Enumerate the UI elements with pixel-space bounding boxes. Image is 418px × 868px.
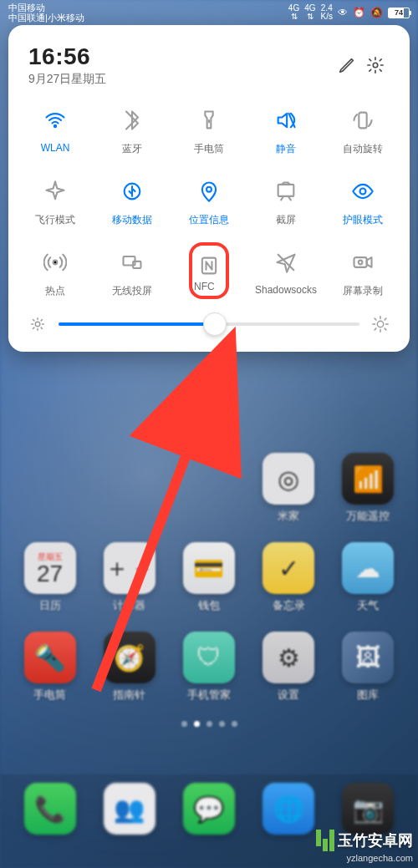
app-备忘录[interactable]: ✓备忘录 (249, 542, 329, 613)
pencil-icon (338, 56, 356, 74)
nfc-icon (194, 251, 224, 281)
tiles-grid: WLAN蓝牙手电筒静音自动旋转飞行模式移动数据位置信息截屏护眼模式热点无线投屏N… (13, 105, 405, 298)
app-万能遥控[interactable]: 📶万能遥控 (329, 453, 408, 524)
panel-time: 16:56 (28, 43, 333, 70)
app-icon: 🔦 (24, 632, 76, 683)
tile-label: 静音 (276, 142, 296, 156)
carrier-2: 中国联通|小米移动 (8, 13, 84, 23)
highlight-box: NFC (189, 242, 229, 299)
app-icon: ＋－ (104, 542, 155, 594)
phone-screen: 中国移动 中国联通|小米移动 4G⇅ 4G⇅ 2.4K/s 👁 ⏰ 🔕 74 1… (0, 0, 418, 868)
app-指南针[interactable]: 🧭指南针 (89, 632, 169, 703)
tile-label: 飞行模式 (35, 213, 75, 227)
record-icon (348, 247, 378, 277)
tile-screenshot[interactable]: 截屏 (247, 176, 324, 227)
app-label: 指南针 (113, 688, 145, 703)
app-设置[interactable]: ⚙设置 (249, 632, 329, 703)
home-row: ...◎米家📶万能遥控 (0, 453, 418, 524)
watermark-logo-icon (316, 830, 334, 851)
tile-label: 位置信息 (189, 213, 229, 227)
page-indicator (0, 721, 418, 727)
alarm-icon: ⏰ (353, 7, 365, 18)
tile-label: 无线投屏 (112, 284, 152, 298)
edit-button[interactable] (333, 51, 361, 79)
app-icon: 🛡 (183, 632, 235, 683)
silent-icon: 🔕 (370, 7, 383, 18)
eye-icon: 👁 (338, 7, 348, 18)
app-icon: ☁ (342, 542, 394, 594)
tile-hotspot[interactable]: 热点 (17, 247, 94, 298)
tile-wlan[interactable]: WLAN (17, 105, 94, 156)
tile-screenrec[interactable]: 屏幕录制 (324, 247, 401, 298)
carrier-1: 中国移动 (8, 3, 84, 13)
app-米家[interactable]: ◎米家 (249, 453, 329, 524)
app-日历[interactable]: 星期五27日历 (10, 542, 89, 613)
eye-icon (348, 176, 378, 206)
svg-point-17 (377, 321, 383, 327)
tile-label: 移动数据 (112, 213, 152, 227)
watermark-url: yzlangecha.com (347, 853, 414, 863)
airplane-icon (40, 176, 70, 206)
tile-label: NFC (194, 281, 224, 292)
tile-nfc[interactable]: NFC (171, 247, 247, 298)
panel-header-left: 16:56 9月27日星期五 (28, 43, 333, 87)
tile-label: 蓝牙 (122, 142, 142, 156)
slider-thumb[interactable] (203, 312, 227, 336)
app-label: 手机管家 (187, 688, 231, 703)
status-right: 4G⇅ 4G⇅ 2.4K/s 👁 ⏰ 🔕 74 (288, 4, 410, 21)
page-dot-active (194, 721, 200, 727)
svg-rect-14 (354, 257, 367, 267)
tile-shadowsocks[interactable]: Shadowsocks (247, 247, 324, 298)
status-carriers: 中国移动 中国联通|小米移动 (8, 3, 84, 23)
tile-bluetooth[interactable]: 蓝牙 (94, 105, 171, 156)
tile-autorotate[interactable]: 自动旋转 (324, 105, 401, 156)
settings-button[interactable] (361, 51, 390, 79)
app-label: 图库 (357, 688, 379, 703)
svg-point-1 (54, 125, 56, 127)
tile-cast[interactable]: 无线投屏 (94, 247, 171, 298)
tile-location[interactable]: 位置信息 (171, 176, 247, 227)
app-icon: ✓ (263, 542, 314, 594)
app-钱包[interactable]: 💳钱包 (169, 542, 248, 613)
brightness-slider[interactable] (59, 322, 359, 326)
svg-point-6 (206, 187, 212, 192)
app-图库[interactable]: 🖼图库 (329, 632, 408, 703)
home-row: 🔦手电筒🧭指南针🛡手机管家⚙设置🖼图库 (0, 632, 418, 703)
page-dot (206, 721, 212, 727)
tile-flashlight[interactable]: 手电筒 (171, 105, 247, 156)
app-手电筒[interactable]: 🔦手电筒 (10, 632, 89, 703)
tile-label: 热点 (45, 284, 65, 298)
quick-settings-panel[interactable]: 16:56 9月27日星期五 WLAN蓝牙手电筒静音自动旋转飞行模式移动数据位置… (8, 25, 410, 352)
app-label: 手电筒 (33, 688, 66, 703)
svg-point-8 (360, 189, 366, 195)
app-icon: ⚙ (263, 632, 314, 683)
hotspot-icon (40, 247, 70, 277)
mute-icon (271, 105, 301, 135)
app-手机管家[interactable]: 🛡手机管家 (169, 632, 248, 703)
tile-label: 截屏 (276, 213, 296, 227)
app-icon: 🧭 (104, 632, 155, 683)
app-label: 米家 (278, 509, 299, 524)
cast-icon (117, 247, 147, 277)
svg-rect-4 (359, 113, 366, 129)
app-天气[interactable]: ☁天气 (329, 542, 408, 613)
home-row: 星期五27日历＋－计算器💳钱包✓备忘录☁天气 (0, 542, 418, 613)
app-icon: 💳 (183, 542, 235, 594)
app-label: 备忘录 (273, 598, 305, 613)
page-dot (232, 721, 237, 727)
battery-indicator: 74 (388, 8, 410, 18)
svg-point-16 (35, 322, 40, 327)
tile-silent[interactable]: 静音 (247, 105, 324, 156)
net-speed: 2.4K/s (321, 4, 333, 21)
tile-data[interactable]: 移动数据 (94, 176, 171, 227)
svg-rect-7 (278, 185, 294, 196)
tile-eyecare[interactable]: 护眼模式 (324, 176, 401, 227)
panel-date: 9月27日星期五 (28, 72, 333, 87)
gear-icon (366, 56, 385, 74)
wifi-icon (40, 105, 70, 135)
app-计算器[interactable]: ＋－计算器 (89, 542, 169, 613)
app-label: 设置 (278, 688, 299, 703)
battery-pct: 74 (389, 8, 409, 17)
tile-airplane[interactable]: 飞行模式 (17, 176, 94, 227)
data-icon (117, 176, 147, 206)
